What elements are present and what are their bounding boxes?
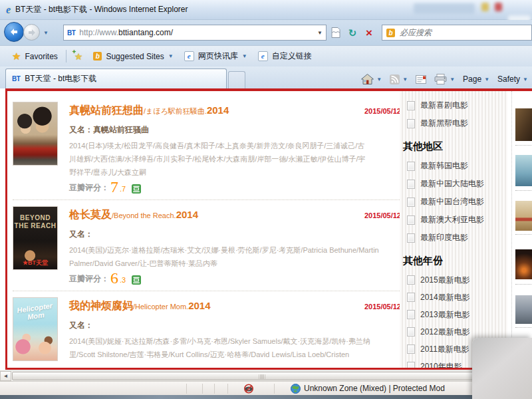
sidebar-item-gangster[interactable]: 最新黑帮电影 [400,114,507,132]
douban-icon[interactable] [132,275,141,285]
poster-thumbnail[interactable] [515,201,532,231]
address-bar-input[interactable]: BT http://www.bttiantang.com/ ▼ [63,25,327,41]
tab-bar: BT BT天堂 - bt电影下载 ▼ ▼ ▼ Page ▼ [0,66,532,88]
chevron-down-icon: ▼ [450,76,455,82]
thumb-separator [515,284,532,285]
tab-bttiantang[interactable]: BT BT天堂 - bt电影下载 [5,68,227,88]
sidebar-item-taiwan[interactable]: 最新中国台湾电影 [400,193,507,211]
movie-title-link[interactable]: 枪长莫及/Beyond the Reach.2014 [69,208,198,222]
movie-aka: 又名： [69,229,401,240]
compatibility-view-button[interactable] [329,25,343,41]
tab-favicon: BT [12,75,20,82]
back-button[interactable] [4,22,24,42]
sidebar-item-mainland[interactable]: 最新中国大陆电影 [400,175,507,193]
safety-menu-button[interactable]: Safety ▼ [495,73,530,85]
sidebar-item-label: 2015最新电影 [420,275,470,286]
page-icon [407,362,415,370]
thumbnail-strip [511,91,532,368]
custom-links-label: 自定义链接 [272,51,312,62]
page-icon [407,293,415,302]
search-input[interactable]: b 必应搜索 [382,25,532,41]
print-button[interactable]: ▼ [432,72,457,86]
sidebar-item-label: 最新韩国电影 [420,160,468,172]
bing-icon: b [386,29,395,37]
sidebar-item-india[interactable]: 最新印度电影 [400,229,507,247]
arrow-right-icon [27,29,37,37]
movie-poster-mahoro[interactable] [13,102,58,166]
poster-thumbnail[interactable] [515,155,532,186]
movie-title-link[interactable]: 我的神烦腐妈/Helicopter Mom.2014 [69,299,211,313]
page-menu-button[interactable]: Page ▼ [461,73,491,85]
suggested-sites-label: Suggested Sites [106,52,164,61]
sidebar-item-2015[interactable]: 2015最新电影 [400,271,507,289]
movie-cast: 2014(美国)/妮娅·瓦达拉斯/杰森·多雷/小马克·布恩/Skyler Sam… [69,334,401,361]
browser-window: e BT天堂 - bt电影下载 - Windows Internet Explo… [0,0,532,399]
poster-thumbnail[interactable] [515,295,532,324]
entry-separator [13,291,400,291]
scroll-left-button[interactable]: ◄ [0,371,11,381]
home-icon [361,74,374,84]
search-placeholder: 必应搜索 [400,27,432,39]
poster-thumbnail[interactable] [515,108,532,141]
cast-line: 2014(美国)/迈克尔·道格拉斯/杰瑞米·艾文/汉娜·曼根·劳伦斯/罗尼·考克… [69,243,401,257]
favorites-button[interactable]: ★ Favorites [7,49,63,65]
read-mail-button[interactable] [414,74,428,85]
movie-entry: BEYOND THE REACH ★BT天堂 枪长莫及/Beyond the R… [13,206,401,285]
suggested-sites-button[interactable]: b Suggested Sites ▼ [88,49,178,65]
stop-button[interactable]: × [362,25,376,41]
favorites-label: Favorites [25,52,57,61]
favorites-bar: ★ Favorites ★+ b Suggested Sites ▼ e 网页快… [0,45,532,66]
web-slices-button[interactable]: e 网页快讯库 ▼ [179,49,253,65]
sidebar-heading-year: 其他年份 [403,255,507,267]
poster-thumbnail[interactable] [515,249,532,279]
new-tab-stub[interactable] [228,71,245,88]
aka-label: 又名： [69,321,93,330]
movie-entry: 真幌站前狂想曲/まほろ駅前狂騒曲.2014 2015/05/12 又名：真幌站前… [13,102,401,194]
page-content: 真幌站前狂想曲/まほろ駅前狂騒曲.2014 2015/05/12 又名：真幌站前… [5,88,532,370]
movie-entry: Helicopter Mom 我的神烦腐妈/Helicopter Mom.201… [13,297,401,361]
sidebar-item-label: 2013最新电影 [420,309,470,321]
history-dropdown-chevron-icon[interactable]: ▼ [43,30,49,36]
sidebar-item-comedy[interactable]: 最新喜剧电影 [400,96,507,114]
sidebar-item-2014[interactable]: 2014最新电影 [400,289,507,306]
page-icon [407,327,415,336]
add-to-favorites-button[interactable]: ★+ [69,49,88,65]
url-prefix: http://www. [79,28,118,37]
movie-cast: 2014(日本)/瑛太/松田龙平/高良健吾/真木阳子/本上真奈美/新井浩文/奈良… [69,139,401,179]
chevron-down-icon: ▼ [484,76,489,82]
zone-globe-icon [291,384,301,394]
home-button[interactable]: ▼ [359,72,384,86]
movie-poster-helicopter-mom[interactable]: Helicopter Mom [13,297,58,361]
sidebar-item-2013[interactable]: 2013最新电影 [400,306,507,323]
movie-rating: 豆瓣评分： 6 .3 [69,272,401,285]
rss-icon [390,74,400,84]
movie-info: 我的神烦腐妈/Helicopter Mom.2014 2015/05/12 又名… [69,297,401,361]
movie-info: 真幌站前狂想曲/まほろ駅前狂騒曲.2014 2015/05/12 又名：真幌站前… [69,102,401,194]
sidebar-item-korea[interactable]: 最新韩国电影 [400,157,507,175]
page-menu-label: Page [463,74,481,84]
category-sidebar: 最新喜剧电影 最新黑帮电影 其他地区 最新韩国电影 最新中国大陆电影 最新中国台… [400,91,507,368]
movie-title-link[interactable]: 真幌站前狂想曲/まほろ駅前狂騒曲.2014 [69,104,229,118]
movie-poster-beyond-the-reach[interactable]: BEYOND THE REACH ★BT天堂 [13,206,58,270]
entry-separator [13,200,400,200]
douban-icon[interactable] [132,184,141,194]
thumb-separator [515,234,532,235]
movie-cast: 2014(美国)/迈克尔·道格拉斯/杰瑞米·艾文/汉娜·曼根·劳伦斯/罗尼·考克… [69,243,401,270]
movie-title-year: 2014 [176,209,198,220]
forward-button[interactable] [23,24,40,41]
refresh-button[interactable]: ↻ [345,25,360,41]
sidebar-item-label: 最新印度电影 [420,232,468,243]
overlay-popup [472,338,532,399]
movie-title-year: 2014 [207,104,229,116]
url-domain: bttiantang.com/ [118,28,173,37]
address-dropdown-chevron-icon[interactable]: ▼ [317,30,323,36]
status-separator [186,384,187,394]
thumb-separator [515,327,532,328]
horizontal-scrollbar[interactable]: ◄ [0,370,532,381]
rating-decimal: .7 [120,184,126,194]
feeds-button[interactable]: ▼ [388,73,410,86]
sidebar-item-australia[interactable]: 最新澳大利亚电影 [400,211,507,229]
custom-links-button[interactable]: e 自定义链接 [253,49,317,65]
scrollbar-thumb[interactable] [12,372,512,380]
chevron-down-icon: ▼ [168,53,174,59]
